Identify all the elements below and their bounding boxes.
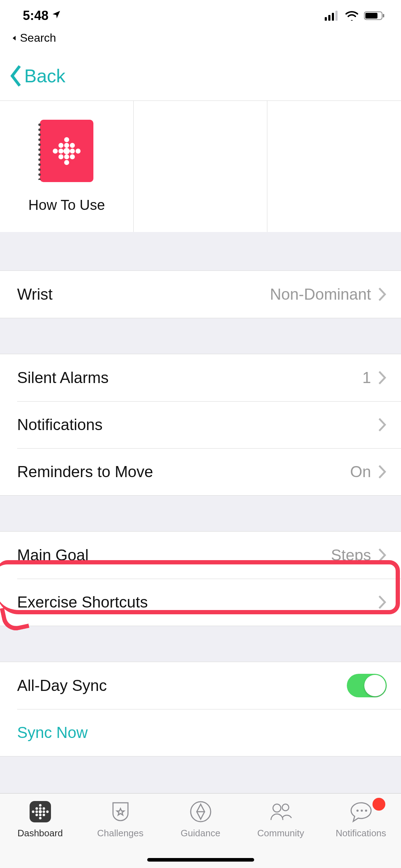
- notification-badge: [372, 798, 385, 811]
- svg-point-18: [70, 154, 75, 159]
- svg-point-26: [35, 811, 38, 813]
- svg-point-29: [46, 811, 48, 813]
- svg-point-25: [32, 811, 34, 813]
- challenges-icon: [107, 799, 134, 825]
- row-sync-now[interactable]: Sync Now: [0, 709, 401, 756]
- tile-empty-1: [134, 101, 267, 232]
- cellular-signal-icon: [325, 11, 340, 21]
- row-label: Notifications: [17, 416, 377, 434]
- svg-point-15: [76, 149, 81, 154]
- tab-bar: Dashboard Challenges Guidance: [0, 793, 401, 868]
- svg-point-31: [39, 814, 41, 816]
- svg-rect-3: [335, 11, 338, 21]
- row-value: On: [350, 463, 371, 481]
- back-triangle-icon: [11, 34, 19, 42]
- wifi-icon: [345, 11, 359, 21]
- tile-empty-2: [267, 101, 401, 232]
- row-label: Wrist: [17, 285, 270, 303]
- location-services-icon: [51, 10, 61, 22]
- svg-point-13: [63, 148, 70, 154]
- chevron-left-icon: [9, 64, 24, 88]
- svg-point-10: [70, 143, 75, 148]
- breadcrumb-label: Search: [20, 31, 56, 45]
- back-button[interactable]: Back: [9, 64, 66, 88]
- nav-bar: Back: [0, 51, 401, 101]
- row-value: Non-Dominant: [270, 285, 371, 303]
- svg-point-14: [70, 149, 75, 154]
- back-label: Back: [24, 65, 66, 87]
- tab-label: Notifications: [336, 828, 386, 839]
- row-label: Main Goal: [17, 546, 331, 564]
- guidance-icon: [187, 799, 214, 825]
- svg-point-12: [58, 149, 63, 154]
- chevron-right-icon: [377, 418, 387, 432]
- svg-rect-1: [328, 15, 330, 21]
- battery-icon: [364, 11, 385, 21]
- chevron-right-icon: [377, 548, 387, 562]
- tab-label: Community: [257, 828, 304, 839]
- svg-point-7: [64, 137, 69, 142]
- row-notifications[interactable]: Notifications: [0, 401, 401, 448]
- svg-point-8: [58, 143, 63, 148]
- community-icon: [268, 799, 294, 825]
- svg-point-33: [39, 817, 41, 820]
- chevron-right-icon: [377, 465, 387, 479]
- quick-tiles: How To Use: [0, 101, 401, 232]
- svg-rect-6: [383, 14, 384, 17]
- tile-label: How To Use: [29, 197, 105, 213]
- row-label: Exercise Shortcuts: [17, 593, 377, 611]
- svg-point-11: [53, 149, 58, 154]
- tile-how-to-use[interactable]: How To Use: [0, 101, 134, 232]
- notebook-icon: [40, 120, 93, 182]
- svg-point-9: [64, 143, 69, 148]
- svg-point-27: [38, 810, 42, 813]
- dashboard-icon: [27, 799, 53, 825]
- svg-point-21: [39, 804, 41, 807]
- row-label: Silent Alarms: [17, 369, 363, 387]
- system-back-to-app[interactable]: Search: [0, 31, 401, 51]
- chevron-right-icon: [377, 371, 387, 385]
- svg-point-23: [39, 807, 41, 810]
- svg-rect-0: [325, 17, 327, 21]
- svg-point-32: [42, 814, 45, 816]
- svg-point-28: [42, 811, 45, 813]
- svg-point-30: [35, 814, 38, 816]
- row-wrist[interactable]: Wrist Non-Dominant: [0, 271, 401, 318]
- tab-challenges[interactable]: Challenges: [80, 799, 160, 868]
- row-all-day-sync: All-Day Sync: [0, 662, 401, 709]
- row-label: All-Day Sync: [17, 677, 347, 694]
- row-value: 1: [363, 369, 371, 387]
- row-main-goal[interactable]: Main Goal Steps: [0, 532, 401, 579]
- svg-point-39: [361, 810, 363, 812]
- svg-point-38: [356, 810, 359, 812]
- tab-guidance[interactable]: Guidance: [160, 799, 241, 868]
- row-label: Reminders to Move: [17, 463, 350, 481]
- tab-dashboard[interactable]: Dashboard: [0, 799, 80, 868]
- svg-rect-5: [365, 13, 377, 19]
- status-time: 5:48: [23, 8, 48, 23]
- row-silent-alarms[interactable]: Silent Alarms 1: [0, 354, 401, 401]
- status-bar: 5:48: [0, 0, 401, 31]
- sync-now-label: Sync Now: [17, 724, 387, 742]
- svg-point-37: [282, 804, 289, 811]
- svg-point-40: [365, 810, 367, 812]
- svg-point-36: [273, 804, 281, 812]
- row-value: Steps: [331, 546, 371, 564]
- chevron-right-icon: [377, 595, 387, 609]
- tab-label: Guidance: [181, 828, 220, 839]
- tab-notifications[interactable]: Notifications: [321, 799, 401, 868]
- svg-rect-2: [332, 13, 334, 21]
- svg-point-17: [64, 154, 69, 159]
- row-reminders-to-move[interactable]: Reminders to Move On: [0, 448, 401, 495]
- svg-point-19: [64, 160, 69, 165]
- svg-point-16: [58, 154, 63, 159]
- svg-point-24: [42, 807, 45, 810]
- tab-community[interactable]: Community: [241, 799, 321, 868]
- svg-point-22: [35, 807, 38, 810]
- all-day-sync-toggle[interactable]: [347, 674, 387, 697]
- notifications-icon: [348, 799, 374, 825]
- home-indicator[interactable]: [147, 858, 254, 862]
- chevron-right-icon: [377, 287, 387, 301]
- tab-label: Dashboard: [17, 828, 63, 839]
- row-exercise-shortcuts[interactable]: Exercise Shortcuts: [0, 579, 401, 626]
